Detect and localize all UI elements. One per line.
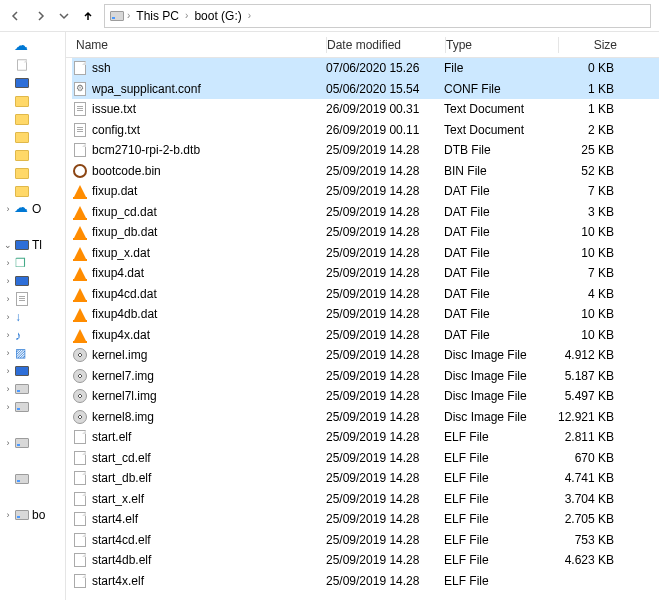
tree-item[interactable] [0,164,65,182]
table-row[interactable]: kernel7l.img25/09/2019 14.28Disc Image F… [72,386,659,407]
forward-button[interactable] [28,4,52,28]
column-header-date[interactable]: Date modified [327,38,445,52]
file-size: 5.497 KB [556,389,626,403]
tree-item[interactable]: › [0,290,65,308]
table-row[interactable]: start_db.elf25/09/2019 14.28ELF File4.74… [72,468,659,489]
tree-item[interactable] [0,452,65,470]
chevron-right-icon[interactable]: › [2,329,14,341]
tree-item[interactable] [0,38,65,56]
chevron-down-icon[interactable]: ⌄ [2,239,14,251]
tree-item[interactable] [0,146,65,164]
up-button[interactable] [76,4,100,28]
chevron-right-icon[interactable]: › [2,293,14,305]
chevron-right-icon[interactable]: › [2,347,14,359]
navigation-tree[interactable]: ›O⌄Tl›››››››››››bo [0,32,66,600]
table-row[interactable]: start4db.elf25/09/2019 14.28ELF File4.62… [72,550,659,571]
chevron-right-icon[interactable]: › [125,10,132,21]
tree-item[interactable]: › [0,326,65,344]
tree-item[interactable]: › [0,362,65,380]
tree-item[interactable]: › [0,398,65,416]
table-row[interactable]: fixup4x.dat25/09/2019 14.28DAT File10 KB [72,325,659,346]
table-row[interactable]: fixup_db.dat25/09/2019 14.28DAT File10 K… [72,222,659,243]
table-row[interactable]: fixup4.dat25/09/2019 14.28DAT File7 KB [72,263,659,284]
text-file-icon [74,102,86,116]
table-row[interactable]: kernel7.img25/09/2019 14.28Disc Image Fi… [72,366,659,387]
breadcrumb-bar[interactable]: › This PC › boot (G:) › [104,4,651,28]
file-type: Disc Image File [444,389,556,403]
tree-item[interactable] [0,470,65,488]
tree-item[interactable]: › [0,308,65,326]
table-row[interactable]: kernel.img25/09/2019 14.28Disc Image Fil… [72,345,659,366]
tree-spacer [2,41,14,53]
chevron-right-icon[interactable]: › [2,311,14,323]
file-name: bootcode.bin [92,164,161,178]
file-size: 2.811 KB [556,430,626,444]
tree-item[interactable]: › [0,434,65,452]
folder-icon [15,132,29,143]
tree-item[interactable]: ›bo [0,506,65,524]
chevron-right-icon[interactable]: › [2,509,14,521]
table-row[interactable]: start4.elf25/09/2019 14.28ELF File2.705 … [72,509,659,530]
table-row[interactable]: issue.txt26/09/2019 00.31Text Document1 … [72,99,659,120]
table-row[interactable]: fixup_x.dat25/09/2019 14.28DAT File10 KB [72,243,659,264]
chevron-right-icon[interactable]: › [2,437,14,449]
file-date: 07/06/2020 15.26 [326,61,444,75]
file-size: 4.623 KB [556,553,626,567]
table-row[interactable]: config.txt26/09/2019 00.11Text Document2… [72,120,659,141]
table-row[interactable]: start_cd.elf25/09/2019 14.28ELF File670 … [72,448,659,469]
tree-item[interactable]: › [0,272,65,290]
tree-item[interactable] [0,218,65,236]
column-header-name[interactable]: Name [72,38,326,52]
tree-item[interactable] [0,110,65,128]
table-row[interactable]: bcm2710-rpi-2-b.dtb25/09/2019 14.28DTB F… [72,140,659,161]
chevron-right-icon[interactable]: › [2,401,14,413]
table-row[interactable]: fixup4db.dat25/09/2019 14.28DAT File10 K… [72,304,659,325]
tree-item[interactable] [0,128,65,146]
chevron-right-icon[interactable]: › [2,203,14,215]
download-icon [15,310,29,324]
tree-item[interactable]: › [0,344,65,362]
tree-item[interactable] [0,416,65,434]
recent-dropdown[interactable] [52,4,76,28]
chevron-right-icon[interactable]: › [2,383,14,395]
table-row[interactable]: bootcode.bin25/09/2019 14.28BIN File52 K… [72,161,659,182]
breadcrumb-this-pc[interactable]: This PC [132,5,183,27]
file-name: fixup.dat [92,184,137,198]
breadcrumb-boot[interactable]: boot (G:) [190,5,245,27]
tree-item[interactable] [0,488,65,506]
back-button[interactable] [4,4,28,28]
tree-item[interactable]: › [0,254,65,272]
table-row[interactable]: fixup_cd.dat25/09/2019 14.28DAT File3 KB [72,202,659,223]
chevron-right-icon[interactable]: › [2,257,14,269]
table-row[interactable]: start4cd.elf25/09/2019 14.28ELF File753 … [72,530,659,551]
table-row[interactable]: ssh07/06/2020 15.26File0 KB [72,58,659,79]
chevron-right-icon[interactable]: › [183,10,190,21]
table-row[interactable]: start.elf25/09/2019 14.28ELF File2.811 K… [72,427,659,448]
chevron-right-icon[interactable]: › [2,275,14,287]
column-header-size[interactable]: Size [559,38,629,52]
file-date: 25/09/2019 14.28 [326,225,444,239]
file-type: Text Document [444,123,556,137]
table-row[interactable]: kernel8.img25/09/2019 14.28Disc Image Fi… [72,407,659,428]
tree-item[interactable] [0,74,65,92]
spacer [15,454,29,468]
table-row[interactable]: start4x.elf25/09/2019 14.28ELF File [72,571,659,592]
table-row[interactable]: fixup.dat25/09/2019 14.28DAT File7 KB [72,181,659,202]
chevron-right-icon[interactable]: › [2,365,14,377]
chevron-right-icon[interactable]: › [246,10,253,21]
tree-item[interactable] [0,56,65,74]
table-row[interactable]: fixup4cd.dat25/09/2019 14.28DAT File4 KB [72,284,659,305]
tree-item[interactable]: ›O [0,200,65,218]
table-row[interactable]: start_x.elf25/09/2019 14.28ELF File3.704… [72,489,659,510]
table-row[interactable]: wpa_supplicant.conf05/06/2020 15.54CONF … [72,79,659,100]
tree-item[interactable]: › [0,380,65,398]
file-type: BIN File [444,164,556,178]
tree-item[interactable] [0,92,65,110]
file-name: start4db.elf [92,553,151,567]
column-header-type[interactable]: Type [446,38,558,52]
config-file-icon [74,82,86,96]
file-list[interactable]: ssh07/06/2020 15.26File0 KBwpa_supplican… [66,58,659,600]
tree-item[interactable]: ⌄Tl [0,236,65,254]
file-type: DAT File [444,328,556,342]
tree-item[interactable] [0,182,65,200]
